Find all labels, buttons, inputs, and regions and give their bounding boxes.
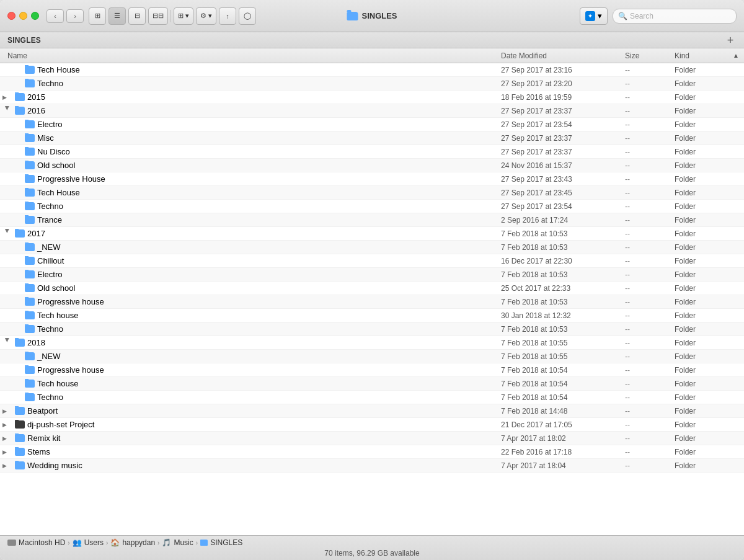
search-bar[interactable]: 🔍 Search bbox=[613, 9, 737, 24]
maximize-button[interactable] bbox=[31, 12, 39, 20]
row-size: -- bbox=[620, 461, 670, 470]
share-button[interactable]: ↑ bbox=[219, 7, 236, 25]
table-row[interactable]: ▶ Electro 27 Sep 2017 at 23:54 -- Folder bbox=[0, 118, 744, 131]
row-name: ▶ Progressive house bbox=[0, 365, 496, 375]
row-name-text: 2018 bbox=[27, 338, 45, 347]
table-row[interactable]: ▶ Techno 7 Feb 2018 at 10:53 -- Folder bbox=[0, 322, 744, 336]
row-size: -- bbox=[620, 380, 670, 388]
expand-arrow-icon[interactable]: ▶ bbox=[2, 408, 12, 414]
file-list: ▶ Tech House 27 Sep 2017 at 23:16 -- Fol… bbox=[0, 63, 744, 535]
row-kind: Folder bbox=[670, 134, 744, 143]
breadcrumb-item[interactable]: 🎵Music bbox=[162, 538, 193, 547]
table-row[interactable]: ▶ _NEW 7 Feb 2018 at 10:53 -- Folder bbox=[0, 241, 744, 254]
row-kind: Folder bbox=[670, 216, 744, 224]
table-row[interactable]: ▶ _NEW 7 Feb 2018 at 10:55 -- Folder bbox=[0, 350, 744, 363]
expand-arrow-icon[interactable]: ▶ bbox=[2, 422, 12, 428]
table-row[interactable]: ▶ Electro 7 Feb 2018 at 10:53 -- Folder bbox=[0, 268, 744, 282]
back-icon: ‹ bbox=[54, 12, 56, 20]
table-row[interactable]: ▶ Trance 2 Sep 2016 at 17:24 -- Folder bbox=[0, 213, 744, 227]
tag-icon: ◯ bbox=[244, 12, 251, 20]
column-header-date[interactable]: Date Modified bbox=[496, 51, 620, 60]
expand-arrow-icon[interactable]: ▶ bbox=[4, 338, 11, 347]
breadcrumb-separator: › bbox=[196, 540, 198, 546]
table-row[interactable]: ▶ Chillout 16 Dec 2017 at 22:30 -- Folde… bbox=[0, 254, 744, 268]
table-row[interactable]: ▶ Progressive House 27 Sep 2017 at 23:43… bbox=[0, 172, 744, 186]
dropbox-button[interactable]: ✦ ▾ bbox=[580, 7, 608, 25]
table-row[interactable]: ▶ Beatport 7 Feb 2018 at 14:48 -- Folder bbox=[0, 404, 744, 418]
table-row[interactable]: ▶ Old school 24 Nov 2016 at 15:37 -- Fol… bbox=[0, 159, 744, 172]
table-row[interactable]: ▶ Remix kit 7 Apr 2017 at 18:02 -- Folde… bbox=[0, 432, 744, 445]
expand-arrow-icon[interactable]: ▶ bbox=[4, 229, 11, 238]
table-row[interactable]: ▶ 2016 27 Sep 2017 at 23:37 -- Folder bbox=[0, 104, 744, 118]
row-name-text: Tech house bbox=[37, 311, 79, 320]
row-name-text: 2017 bbox=[27, 229, 45, 238]
folder-icon bbox=[25, 393, 35, 401]
table-row[interactable]: ▶ Progressive house 7 Feb 2018 at 10:53 … bbox=[0, 295, 744, 309]
row-kind: Folder bbox=[670, 284, 744, 293]
path-bar: SINGLES + bbox=[0, 32, 744, 48]
row-kind: Folder bbox=[670, 298, 744, 306]
column-header-kind[interactable]: Kind ▲ bbox=[670, 51, 744, 60]
row-date: 7 Apr 2017 at 18:02 bbox=[496, 434, 620, 443]
folder-icon bbox=[15, 229, 25, 238]
table-row[interactable]: ▶ Techno 27 Sep 2017 at 23:54 -- Folder bbox=[0, 200, 744, 213]
tag-button[interactable]: ◯ bbox=[239, 7, 256, 25]
arrange-button[interactable]: ⊞ ▾ bbox=[174, 7, 193, 25]
expand-arrow-icon[interactable]: ▶ bbox=[2, 435, 12, 442]
status-bar: 70 items, 96.29 GB available bbox=[7, 549, 737, 558]
expand-arrow-icon[interactable]: ▶ bbox=[2, 449, 12, 455]
titlebar: ‹ › ⊞ ☰ ⊟ ⊟⊟ ⊞ ▾ bbox=[0, 0, 744, 32]
column-header-name[interactable]: Name bbox=[0, 51, 496, 60]
breadcrumb-item[interactable]: 🏠happydan bbox=[110, 538, 155, 547]
expand-arrow-icon[interactable]: ▶ bbox=[2, 463, 12, 469]
row-name: ▶ Electro bbox=[0, 120, 496, 129]
table-row[interactable]: ▶ Techno 27 Sep 2017 at 23:20 -- Folder bbox=[0, 77, 744, 91]
folder-icon bbox=[15, 93, 25, 101]
breadcrumb-separator: › bbox=[106, 540, 108, 546]
back-button[interactable]: ‹ bbox=[46, 9, 64, 23]
list-view-button[interactable]: ☰ bbox=[108, 7, 126, 25]
column-header-size[interactable]: Size bbox=[620, 51, 670, 60]
table-row[interactable]: ▶ Tech House 27 Sep 2017 at 23:45 -- Fol… bbox=[0, 186, 744, 200]
row-kind: Folder bbox=[670, 120, 744, 129]
table-row[interactable]: ▶ Nu Disco 27 Sep 2017 at 23:37 -- Folde… bbox=[0, 145, 744, 159]
table-row[interactable]: ▶ Tech House 27 Sep 2017 at 23:16 -- Fol… bbox=[0, 63, 744, 77]
expand-arrow-icon[interactable]: ▶ bbox=[4, 106, 11, 115]
breadcrumb-item[interactable]: SINGLES bbox=[200, 538, 242, 547]
table-row[interactable]: ▶ Progressive house 7 Feb 2018 at 10:54 … bbox=[0, 363, 744, 377]
table-row[interactable]: ▶ 2017 7 Feb 2018 at 10:53 -- Folder bbox=[0, 227, 744, 241]
table-row[interactable]: ▶ 2015 18 Feb 2016 at 19:59 -- Folder bbox=[0, 91, 744, 104]
forward-button[interactable]: › bbox=[66, 9, 84, 23]
close-button[interactable] bbox=[7, 12, 16, 20]
row-date: 7 Feb 2018 at 14:48 bbox=[496, 407, 620, 416]
table-row[interactable]: ▶ Techno 7 Feb 2018 at 10:54 -- Folder bbox=[0, 391, 744, 404]
table-row[interactable]: ▶ Wedding music 7 Apr 2017 at 18:04 -- F… bbox=[0, 459, 744, 473]
arrange-arrow: ▾ bbox=[185, 12, 189, 20]
table-row[interactable]: ▶ Tech house 30 Jan 2018 at 12:32 -- Fol… bbox=[0, 309, 744, 322]
expand-arrow-icon[interactable]: ▶ bbox=[2, 94, 12, 100]
action-button[interactable]: ⚙ ▾ bbox=[196, 7, 216, 25]
row-date: 30 Jan 2018 at 12:32 bbox=[496, 311, 620, 320]
table-row[interactable]: ▶ dj-push-set Project 21 Dec 2017 at 17:… bbox=[0, 418, 744, 432]
folder-icon bbox=[15, 461, 25, 469]
list-view-icon: ☰ bbox=[114, 12, 120, 20]
cover-flow-button[interactable]: ⊟⊟ bbox=[148, 7, 168, 25]
minimize-button[interactable] bbox=[19, 12, 27, 20]
window-title: SINGLES bbox=[347, 11, 397, 20]
table-row[interactable]: ▶ 2018 7 Feb 2018 at 10:55 -- Folder bbox=[0, 336, 744, 350]
table-row[interactable]: ▶ Stems 22 Feb 2016 at 17:18 -- Folder bbox=[0, 445, 744, 459]
add-button[interactable]: + bbox=[724, 34, 737, 47]
table-row[interactable]: ▶ Tech house 7 Feb 2018 at 10:54 -- Fold… bbox=[0, 377, 744, 391]
breadcrumb-item[interactable]: Macintosh HD bbox=[7, 538, 65, 547]
row-name-text: Tech House bbox=[37, 65, 80, 74]
breadcrumb-item[interactable]: 👥Users bbox=[73, 538, 104, 547]
row-name-text: Old school bbox=[37, 161, 75, 170]
arrange-group: ⊞ ▾ ⚙ ▾ ↑ ◯ bbox=[174, 7, 256, 25]
row-name-text: _NEW bbox=[37, 242, 61, 252]
folder-icon bbox=[25, 284, 35, 292]
table-row[interactable]: ▶ Misc 27 Sep 2017 at 23:37 -- Folder bbox=[0, 131, 744, 145]
table-row[interactable]: ▶ Old school 25 Oct 2017 at 22:33 -- Fol… bbox=[0, 282, 744, 295]
icon-view-button[interactable]: ⊞ bbox=[89, 7, 106, 25]
column-view-button[interactable]: ⊟ bbox=[128, 7, 146, 25]
folder-icon bbox=[25, 366, 35, 374]
